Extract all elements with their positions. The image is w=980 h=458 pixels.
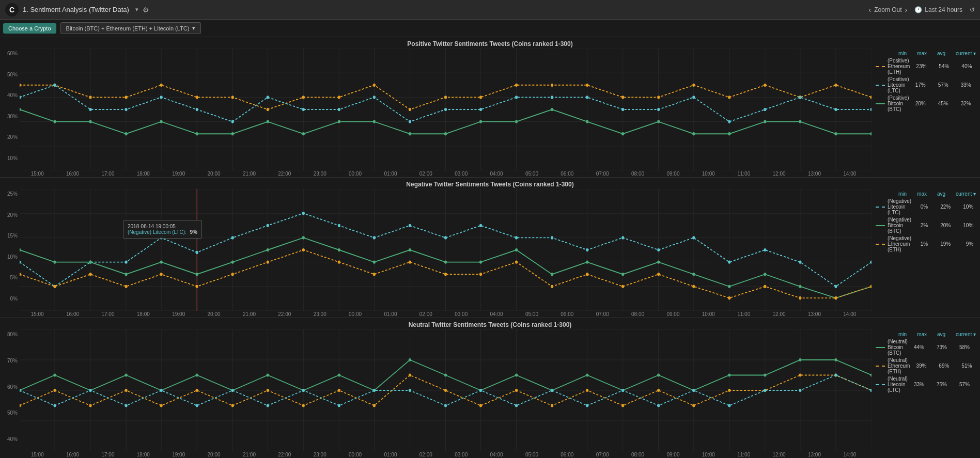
svg-point-203: [621, 285, 624, 288]
svg-point-66: [409, 120, 411, 123]
filter-bar: Choose a Crypto Bitcoin (BTC) + Ethereum…: [0, 20, 980, 37]
negative-x-axis: 15:00 16:00 17:00 18:00 19:00 20:00 21:0…: [0, 311, 980, 318]
svg-point-151: [551, 236, 553, 239]
svg-point-291: [53, 404, 56, 407]
crypto-select-button[interactable]: Bitcoin (BTC) + Ethereum (ETH) + Litecoi…: [60, 22, 201, 34]
zoom-left-arrow[interactable]: ‹: [869, 6, 872, 14]
svg-point-42: [444, 96, 447, 99]
svg-point-34: [160, 84, 163, 87]
svg-point-64: [338, 108, 340, 111]
svg-point-149: [479, 224, 482, 227]
svg-point-88: [302, 132, 305, 135]
gear-icon[interactable]: ⚙: [143, 6, 149, 14]
svg-point-200: [515, 260, 518, 263]
svg-point-60: [196, 108, 198, 111]
positive-chart-canvas: [20, 49, 872, 170]
svg-point-162: [53, 260, 56, 263]
svg-point-58: [125, 108, 128, 111]
negative-legend-ltc: (Negative) Litecoin (LTC) 0% 22% 10% 13%: [876, 198, 976, 215]
svg-point-62: [267, 96, 269, 99]
svg-point-82: [89, 120, 91, 123]
neu-btc-dash: [876, 347, 885, 348]
svg-point-205: [692, 285, 695, 288]
svg-point-209: [834, 296, 837, 299]
svg-point-268: [125, 389, 128, 392]
svg-point-269: [160, 404, 163, 407]
title-dropdown-icon[interactable]: ▾: [135, 6, 138, 13]
svg-point-90: [373, 120, 376, 123]
svg-point-98: [657, 120, 660, 123]
top-bar-right: ‹ Zoom Out › 🕐 Last 24 hours ↺: [869, 6, 975, 14]
positive-y-axis: 60% 50% 40% 30% 20% 10%: [0, 49, 20, 170]
svg-point-148: [444, 236, 447, 239]
svg-point-32: [89, 96, 91, 99]
svg-point-176: [551, 273, 553, 276]
neutral-legend-header: min max avg current ▾: [876, 331, 976, 337]
refresh-icon[interactable]: ↺: [970, 6, 975, 13]
time-range-label: Last 24 hours: [925, 6, 962, 13]
svg-point-71: [586, 96, 588, 99]
svg-point-73: [657, 108, 660, 111]
svg-point-57: [89, 108, 91, 111]
svg-point-86: [231, 132, 234, 135]
svg-point-241: [53, 374, 56, 377]
svg-point-266: [53, 389, 56, 392]
svg-point-180: [692, 273, 695, 276]
svg-point-93: [479, 120, 482, 123]
negative-svg: [20, 189, 872, 311]
svg-point-281: [586, 389, 588, 392]
svg-point-41: [409, 108, 411, 111]
svg-point-163: [89, 260, 91, 263]
svg-point-247: [267, 374, 269, 377]
positive-chart-section: Positive Twitter Sentiments Tweets (Coin…: [0, 37, 980, 178]
neg-btc-dash: [876, 225, 885, 226]
svg-point-290: [20, 389, 21, 392]
svg-point-196: [373, 273, 376, 276]
svg-point-154: [657, 248, 660, 251]
svg-point-261: [764, 374, 766, 377]
negative-chart-body: 25% 20% 15% 10% 5% 0%: [0, 189, 980, 311]
svg-point-300: [373, 389, 376, 392]
svg-point-195: [338, 260, 340, 263]
svg-point-251: [409, 358, 411, 361]
svg-point-56: [53, 84, 56, 87]
charts-area: Positive Twitter Sentiments Tweets (Coin…: [0, 37, 980, 458]
svg-point-314: [870, 389, 872, 392]
svg-point-302: [444, 404, 447, 407]
svg-point-192: [231, 273, 234, 276]
positive-chart-title: Positive Twitter Sentiments Tweets (Coin…: [0, 37, 980, 49]
eth-label: (Positive) Ethereum (ETH): [888, 58, 910, 75]
svg-point-147: [409, 224, 411, 227]
svg-point-84: [160, 120, 163, 123]
svg-point-67: [444, 108, 447, 111]
svg-point-72: [621, 108, 624, 111]
svg-point-279: [515, 389, 518, 392]
svg-point-76: [764, 108, 766, 111]
svg-point-92: [444, 132, 447, 135]
svg-point-65: [373, 96, 376, 99]
zoom-out-label[interactable]: Zoom Out: [874, 6, 901, 13]
neutral-svg: [20, 329, 872, 451]
svg-point-276: [409, 374, 411, 377]
svg-point-263: [834, 358, 837, 361]
svg-point-183: [799, 285, 801, 288]
svg-point-81: [53, 120, 56, 123]
time-range[interactable]: 🕐 Last 24 hours: [914, 6, 962, 13]
choose-crypto-button[interactable]: Choose a Crypto: [3, 23, 56, 34]
svg-point-156: [728, 260, 730, 263]
svg-point-175: [515, 248, 518, 251]
svg-point-267: [89, 404, 91, 407]
svg-point-283: [657, 389, 660, 392]
svg-point-171: [373, 260, 376, 263]
ltc-label: (Positive) Litecoin (LTC): [888, 76, 909, 93]
zoom-right-arrow[interactable]: ›: [905, 6, 908, 14]
svg-point-201: [551, 285, 553, 288]
svg-point-85: [196, 132, 198, 135]
svg-point-74: [692, 96, 695, 99]
neutral-chart-title: Neutral Twitter Sentiments Tweets (Coins…: [0, 318, 980, 329]
eth-dash: [876, 66, 885, 67]
svg-point-91: [409, 132, 411, 135]
svg-point-53: [834, 84, 837, 87]
app-logo: C: [5, 3, 19, 17]
svg-point-83: [125, 132, 128, 135]
